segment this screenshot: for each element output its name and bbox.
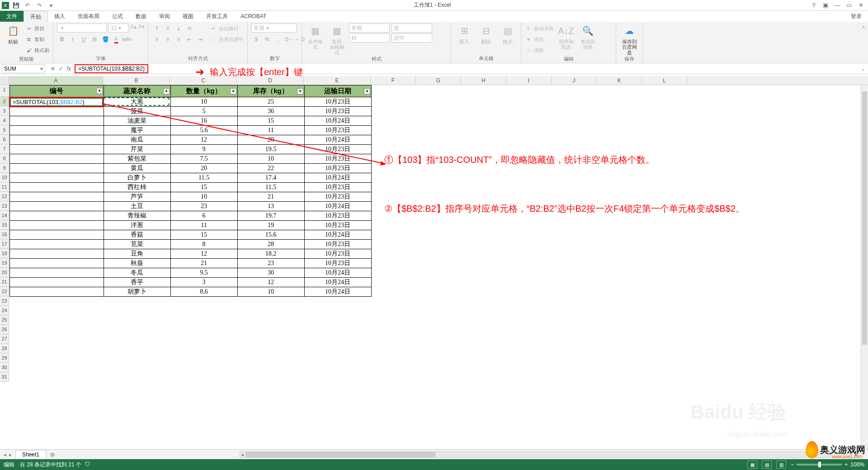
cell[interactable]: 9 (170, 145, 237, 154)
cell[interactable]: 西红柿 (104, 183, 170, 192)
row-header-22[interactable]: 22 (0, 287, 9, 296)
cut-button[interactable]: ✂剪切 (25, 24, 49, 33)
copy-button[interactable]: ⧉复制 (25, 34, 49, 44)
row-header-16[interactable]: 16 (0, 230, 9, 239)
row-header-4[interactable]: 4 (0, 116, 9, 125)
row-header-2[interactable]: 2 (0, 97, 9, 106)
italic-button[interactable]: I (68, 34, 78, 44)
currency-icon[interactable]: $ (251, 34, 261, 44)
cell[interactable]: 9.5 (170, 268, 237, 278)
cell[interactable]: 19 (237, 221, 304, 230)
indent-dec-icon[interactable]: ⇤ (184, 34, 194, 44)
paste-button[interactable]: 📋 粘贴 (4, 24, 23, 44)
save-icon[interactable]: 💾 (11, 1, 21, 10)
select-all-corner[interactable] (0, 76, 9, 85)
clear-button[interactable]: ◇清除 (525, 45, 554, 55)
cell[interactable]: 南瓜 (104, 135, 170, 145)
formula-bar-expand-icon[interactable]: ⌄ (858, 66, 868, 72)
sheet-nav-prev-icon[interactable]: ◂ (4, 451, 6, 458)
cell[interactable]: 10月24日 (304, 173, 371, 183)
cell[interactable] (9, 107, 104, 116)
wrap-text-button[interactable]: ↵自动换行 (210, 24, 244, 33)
row-header-14[interactable]: 14 (0, 211, 9, 220)
tab-view[interactable]: 视图 (176, 11, 200, 22)
cell[interactable]: 秋葵 (104, 259, 170, 268)
bold-button[interactable]: B (57, 34, 67, 44)
cell[interactable]: 10月24日 (304, 230, 371, 240)
row-header-1[interactable]: 1 (0, 85, 9, 97)
cell[interactable]: 28 (237, 240, 304, 249)
col-header-J[interactable]: J (552, 76, 597, 85)
align-top-icon[interactable]: ⤒ (152, 24, 162, 33)
font-size-select[interactable]: 12▾ (108, 24, 128, 33)
page-layout-view-icon[interactable]: ▤ (762, 461, 772, 469)
cell[interactable] (9, 249, 104, 259)
underline-button[interactable]: U (79, 34, 89, 44)
cell[interactable] (9, 202, 104, 211)
cell[interactable]: 香芋 (104, 278, 170, 287)
cell[interactable]: 10月23日 (304, 211, 371, 221)
percent-icon[interactable]: % (262, 34, 272, 44)
cell[interactable] (9, 154, 104, 164)
cell[interactable]: 12 (237, 278, 304, 287)
cell[interactable]: 10月23日 (304, 192, 371, 202)
row-header-31[interactable]: 31 (0, 372, 9, 382)
tab-developer[interactable]: 开发工具 (200, 11, 234, 22)
cell[interactable]: 苋菜 (104, 240, 170, 249)
cell[interactable] (9, 135, 104, 145)
row-header-17[interactable]: 17 (0, 239, 9, 249)
tab-file[interactable]: 文件 (0, 11, 24, 22)
cancel-formula-icon[interactable]: ✕ (51, 66, 55, 72)
row-header-11[interactable]: 11 (0, 182, 9, 192)
col-header-A[interactable]: A (9, 76, 103, 85)
cell[interactable] (9, 126, 104, 135)
cell[interactable] (9, 240, 104, 249)
cell[interactable]: 21 (170, 259, 237, 268)
cell[interactable]: 20 (170, 164, 237, 173)
row-header-25[interactable]: 25 (0, 315, 9, 325)
row-header-10[interactable]: 10 (0, 173, 9, 182)
cell[interactable]: 30 (237, 268, 304, 278)
cell[interactable] (9, 211, 104, 221)
cell[interactable]: 10月23日 (304, 249, 371, 259)
style-neutral[interactable]: 适中 (392, 33, 432, 43)
increase-font-icon[interactable]: A▴ (130, 24, 137, 33)
row-header-23[interactable]: 23 (0, 296, 9, 306)
minimize-icon[interactable]: — (832, 2, 843, 9)
help-icon[interactable]: ? (808, 2, 819, 9)
cell[interactable] (9, 221, 104, 230)
cell[interactable]: 22 (237, 164, 304, 173)
name-box[interactable]: SUM ▾ (2, 64, 45, 73)
cell[interactable]: 黄瓜 (104, 164, 170, 173)
col-header-I[interactable]: I (506, 76, 552, 85)
increase-decimal-icon[interactable]: .0→ (284, 34, 294, 44)
cell[interactable]: 11.5 (170, 173, 237, 183)
align-left-icon[interactable]: ≡ (152, 34, 162, 44)
align-center-icon[interactable]: ≡ (163, 34, 173, 44)
login-link[interactable]: 登录 (844, 11, 868, 22)
tab-acrobat[interactable]: ACROBAT (234, 11, 273, 22)
sheet-tab-sheet1[interactable]: Sheet1 (15, 450, 46, 459)
sort-filter-button[interactable]: A↓Z排序和筛选 (557, 24, 576, 50)
style-normal[interactable]: 常规 (349, 24, 390, 33)
row-header-8[interactable]: 8 (0, 154, 9, 163)
cell[interactable] (9, 278, 104, 287)
sheet-nav-next-icon[interactable]: ▸ (9, 451, 12, 458)
row-header-28[interactable]: 28 (0, 344, 9, 353)
cell[interactable] (9, 230, 104, 240)
cell[interactable]: =SUBTOTAL(103,$B$2:B2) (9, 97, 104, 107)
cell[interactable]: 10月23日 (304, 183, 371, 192)
filter-dropdown-icon[interactable]: ▾ (297, 88, 303, 95)
tab-formulas[interactable]: 公式 (106, 11, 129, 22)
align-middle-icon[interactable]: ≡ (163, 24, 173, 33)
cell[interactable]: 胡萝卜 (104, 287, 170, 297)
row-header-15[interactable]: 15 (0, 220, 9, 230)
cell[interactable]: 10月24日 (304, 278, 371, 287)
cell[interactable]: 10月24日 (304, 268, 371, 278)
cell[interactable]: 香菇 (104, 230, 170, 240)
cell[interactable]: 芦笋 (104, 192, 170, 202)
fx-icon[interactable]: fx (67, 66, 75, 72)
cell[interactable]: 10月23日 (304, 97, 371, 107)
cell[interactable]: 青辣椒 (104, 211, 170, 221)
cell-editor[interactable]: =SUBTOTAL(103,$B$2:B2) (10, 98, 103, 106)
